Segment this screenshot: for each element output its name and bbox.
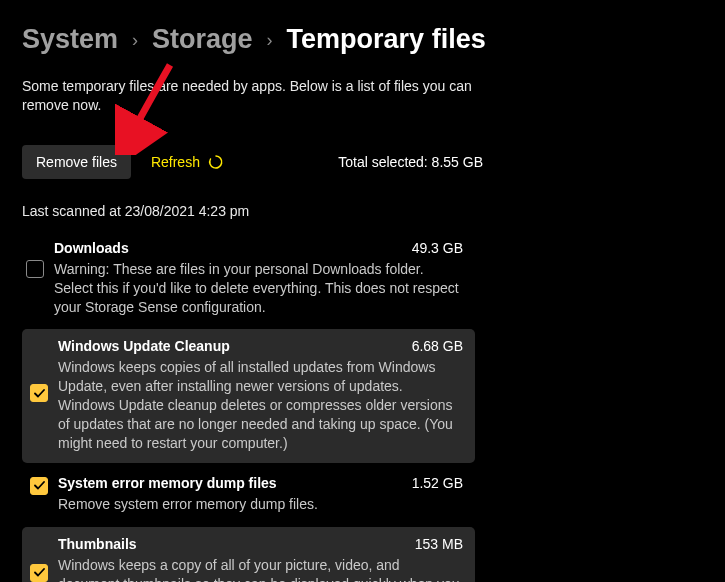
- item-content: Downloads 49.3 GB Warning: These are fil…: [54, 240, 463, 317]
- check-icon: [34, 481, 45, 490]
- item-description: Windows keeps a copy of all of your pict…: [58, 556, 463, 582]
- item-content: Thumbnails 153 MB Windows keeps a copy o…: [58, 536, 463, 582]
- checkbox-windows-update-cleanup[interactable]: [30, 384, 48, 402]
- remove-files-button[interactable]: Remove files: [22, 145, 131, 179]
- item-title: Windows Update Cleanup: [58, 338, 230, 354]
- item-title: Downloads: [54, 240, 129, 256]
- breadcrumb-temporary-files: Temporary files: [287, 24, 486, 55]
- list-item[interactable]: Downloads 49.3 GB Warning: These are fil…: [22, 231, 475, 327]
- item-size: 1.52 GB: [412, 475, 463, 491]
- refresh-label: Refresh: [151, 154, 200, 170]
- list-item[interactable]: System error memory dump files 1.52 GB R…: [22, 466, 475, 524]
- refresh-button[interactable]: Refresh: [139, 145, 236, 179]
- total-selected-label: Total selected: 8.55 GB: [338, 154, 703, 170]
- breadcrumb-storage[interactable]: Storage: [152, 24, 253, 55]
- check-icon: [34, 568, 45, 577]
- item-size: 153 MB: [415, 536, 463, 552]
- item-description: Remove system error memory dump files.: [58, 495, 463, 514]
- last-scanned-label: Last scanned at 23/08/2021 4:23 pm: [22, 203, 703, 219]
- item-title: System error memory dump files: [58, 475, 277, 491]
- file-list: Downloads 49.3 GB Warning: These are fil…: [22, 231, 475, 582]
- item-size: 49.3 GB: [412, 240, 463, 256]
- item-title: Thumbnails: [58, 536, 137, 552]
- item-description: Windows keeps copies of all installed up…: [58, 358, 463, 452]
- item-content: Windows Update Cleanup 6.68 GB Windows k…: [58, 338, 463, 452]
- breadcrumb: System › Storage › Temporary files: [22, 24, 703, 55]
- breadcrumb-system[interactable]: System: [22, 24, 118, 55]
- chevron-right-icon: ›: [132, 30, 138, 51]
- check-icon: [34, 389, 45, 398]
- chevron-right-icon: ›: [267, 30, 273, 51]
- list-item[interactable]: Thumbnails 153 MB Windows keeps a copy o…: [22, 527, 475, 582]
- page-description: Some temporary files are needed by apps.…: [22, 77, 492, 115]
- checkbox-system-error-dump[interactable]: [30, 477, 48, 495]
- checkbox-downloads[interactable]: [26, 260, 44, 278]
- list-item[interactable]: Windows Update Cleanup 6.68 GB Windows k…: [22, 329, 475, 462]
- refresh-icon: [208, 154, 224, 170]
- checkbox-thumbnails[interactable]: [30, 564, 48, 582]
- action-row: Remove files Refresh Total selected: 8.5…: [22, 145, 703, 179]
- item-size: 6.68 GB: [412, 338, 463, 354]
- item-description: Warning: These are files in your persona…: [54, 260, 463, 317]
- item-content: System error memory dump files 1.52 GB R…: [58, 475, 463, 514]
